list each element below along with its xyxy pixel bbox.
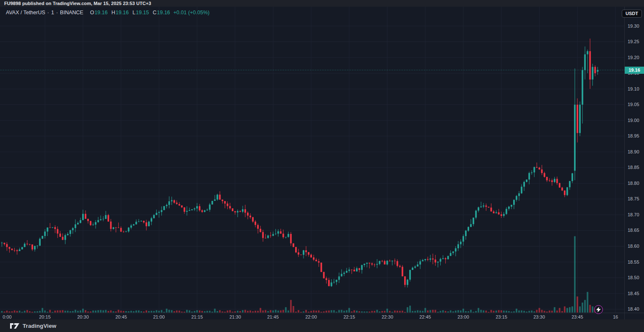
flash-badge-button[interactable] <box>594 305 603 314</box>
price-tick-label: 18.75 <box>628 196 639 202</box>
ohlc-low-value: 19.15 <box>136 10 149 16</box>
time-tick-label: 23:00 <box>457 314 469 319</box>
price-tick-label: 19.00 <box>628 118 639 123</box>
ohlc-open-value: 19.16 <box>94 10 107 16</box>
price-tick-label: 18.80 <box>628 181 639 186</box>
axis-corner <box>624 313 644 320</box>
time-tick-label: 21:30 <box>229 314 241 319</box>
tradingview-logo-text[interactable]: TradingView <box>23 323 56 329</box>
price-tick-label: 19.20 <box>628 55 639 60</box>
price-tick-label: 19.05 <box>628 102 639 107</box>
price-tick-label: 18.55 <box>628 259 639 265</box>
ohlc-close-label: C <box>153 10 156 16</box>
time-tick-label: 20:15 <box>39 314 51 319</box>
price-tick-label: 18.95 <box>628 133 639 139</box>
lightning-icon <box>596 307 601 312</box>
ohlc-high-label: H <box>112 10 115 16</box>
time-tick-label: 16 <box>613 314 618 319</box>
price-tick-label: 18.40 <box>628 306 639 312</box>
legend-separator: · <box>56 10 58 16</box>
time-tick-label: 23:30 <box>533 314 545 319</box>
price-tick-label: 18.65 <box>628 228 639 233</box>
price-tick-label: 18.60 <box>628 244 639 249</box>
last-price-tag: 19.16 <box>625 67 644 74</box>
ohlc-high-value: 19.16 <box>116 10 129 16</box>
publish-topbar: FU9898 published on TradingView.com, Mar… <box>0 0 644 7</box>
publish-caption: FU9898 published on TradingView.com, Mar… <box>4 1 151 6</box>
time-tick-label: 20:30 <box>77 314 89 319</box>
time-tick-label: 0:00 <box>3 314 11 319</box>
price-tick-label: 19.25 <box>628 39 639 44</box>
candlestick-chart[interactable] <box>0 7 624 319</box>
ohlc-close-value: 19.16 <box>157 10 170 16</box>
price-tick-label: 18.50 <box>628 275 639 280</box>
time-axis[interactable]: 0:0020:1520:3020:4521:0021:1521:3021:452… <box>0 313 624 320</box>
price-tick-label: 18.45 <box>628 291 639 296</box>
tradingview-logo[interactable] <box>10 323 20 329</box>
time-tick-label: 22:30 <box>382 314 393 319</box>
time-tick-label: 23:45 <box>571 314 583 319</box>
time-tick-label: 21:15 <box>191 314 203 319</box>
price-tick-label: 19.30 <box>628 23 639 29</box>
time-tick-label: 23:15 <box>496 314 507 319</box>
symbol-legend: AVAX / TetherUS·1·BINANCEO19.16H19.16L19… <box>6 10 210 16</box>
price-tick-label: 18.70 <box>628 212 639 218</box>
price-tick-label: 19.10 <box>628 86 639 92</box>
ohlc-open-label: O <box>90 10 94 16</box>
legend-interval[interactable]: 1 <box>51 10 54 16</box>
ohlc-low-label: L <box>132 10 135 16</box>
time-tick-label: 22:45 <box>419 314 431 319</box>
time-tick-label: 21:00 <box>153 314 165 319</box>
time-tick-label: 21:45 <box>267 314 279 319</box>
chart-region: AVAX / TetherUS·1·BINANCEO19.16H19.16L19… <box>0 7 644 319</box>
footer-bar: TradingView <box>0 319 644 332</box>
price-axis[interactable]: 19.3019.2519.2019.1519.1019.0519.0018.95… <box>624 7 644 313</box>
price-tick-label: 18.90 <box>628 149 639 155</box>
time-tick-label: 22:15 <box>343 314 355 319</box>
time-tick-label: 22:00 <box>305 314 317 319</box>
legend-exchange[interactable]: BINANCE <box>60 10 83 16</box>
price-tick-label: 18.85 <box>628 165 639 170</box>
currency-toggle-button[interactable]: USDT <box>622 10 642 18</box>
legend-symbol[interactable]: AVAX / TetherUS <box>6 10 45 16</box>
price-change: +0.01 (+0.05%) <box>174 10 210 16</box>
tradingview-logo-icon <box>10 323 20 329</box>
legend-separator: · <box>47 10 49 16</box>
time-tick-label: 20:45 <box>115 314 127 319</box>
